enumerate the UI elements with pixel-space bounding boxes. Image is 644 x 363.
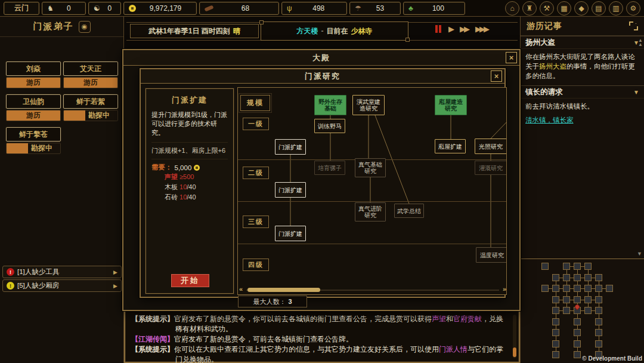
tree-node-light-research[interactable]: 光照研究 (475, 139, 507, 154)
warning-row[interactable]: ![1]人缺少工具▶ (2, 266, 122, 278)
minimap-node[interactable] (584, 296, 592, 303)
minimap-node[interactable] (574, 263, 581, 270)
disciple-status[interactable]: 勘探中 (63, 110, 118, 121)
tree-scrollbar[interactable]: « » (238, 287, 507, 293)
warning-arrow-icon[interactable]: ▶ (113, 269, 117, 275)
wheat-resource[interactable]: ψ498 (281, 2, 347, 15)
journal-entry-title[interactable]: 扬州大盗▼ (521, 36, 644, 49)
eye-toggle-button[interactable]: ◉ (79, 21, 91, 33)
log-scrollbar[interactable] (513, 315, 516, 358)
disciple-name[interactable]: 卫仙韵 (6, 94, 61, 109)
tree-node-sect-expand-3[interactable]: 门派扩建 (275, 226, 306, 241)
log-scroll-thumb[interactable] (513, 347, 516, 357)
scroll-right-icon[interactable]: » (503, 285, 506, 293)
minimap-node[interactable] (584, 307, 592, 314)
tree-node-kitchen-build[interactable]: 庖屋建造 研究 (435, 95, 467, 115)
minimap-node[interactable] (595, 296, 602, 303)
construction-button[interactable]: ♜ (522, 1, 537, 16)
sect-name-button[interactable]: 云门 (4, 2, 39, 15)
journal-scroll-up-icon[interactable]: ▲▲ (638, 38, 643, 47)
mushroom-resource[interactable]: ☂53 (349, 2, 401, 15)
minimap-node[interactable] (563, 296, 570, 303)
minimap-collapse-icon[interactable]: ▼ (637, 251, 642, 257)
scroll-left-icon[interactable]: « (239, 285, 243, 293)
minimap-node[interactable] (563, 274, 570, 281)
minimap-node[interactable] (584, 285, 592, 292)
martial-manual-button[interactable]: ▤ (592, 1, 606, 16)
disciple-status[interactable]: 游历 (6, 110, 61, 121)
crafting-button[interactable]: ⚒ (540, 1, 554, 16)
fastest-forward-button[interactable]: ▶▶▶ (475, 25, 488, 33)
disciple-status[interactable]: 游历 (6, 77, 61, 88)
spirit-beast-resource[interactable]: ♞0 (42, 2, 86, 15)
minimap-node[interactable] (595, 307, 602, 314)
coin-resource[interactable]: 9,972,179 (123, 2, 197, 15)
tree-node-temperature[interactable]: 温度研究 (476, 247, 507, 263)
research-close-button[interactable]: × (491, 70, 502, 82)
settings-button[interactable]: ⚙ (626, 1, 640, 16)
tree-node-irrigation[interactable]: 灌溉研究 (475, 161, 507, 175)
tree-node-kitchen-expand[interactable]: 庖屋扩建 (435, 139, 466, 153)
warning-arrow-icon[interactable]: ▶ (113, 283, 117, 289)
minimap-node[interactable] (595, 318, 602, 325)
vegetable-resource[interactable]: ♣100 (403, 2, 465, 15)
minimap-node[interactable] (574, 285, 581, 292)
disciple-status[interactable]: 游历 (63, 77, 118, 88)
play-button[interactable]: ▶ (448, 25, 453, 33)
tree-node-sect-expand-1[interactable]: 门派扩建 (275, 139, 306, 155)
encyclopedia-button[interactable]: ▥ (609, 1, 623, 16)
disciple-status[interactable]: 勘探中 (6, 143, 61, 154)
minimap-node[interactable] (552, 329, 559, 336)
minimap-node[interactable] (552, 307, 559, 314)
yinyang-resource[interactable]: ☯0 (88, 2, 121, 15)
disciple-name[interactable]: 艾天正 (63, 61, 118, 76)
minimap-node[interactable] (584, 263, 592, 270)
pause-button[interactable] (435, 25, 441, 33)
sect-hall-button[interactable]: ⌂ (505, 1, 519, 16)
minimap-node[interactable] (563, 307, 570, 314)
tree-node-training-hall-build[interactable]: 演武堂建 造研究 (352, 95, 385, 115)
minimap-node[interactable] (584, 274, 592, 281)
event-ticker[interactable]: 方天楼 - 目前在 少林寺 (261, 21, 408, 41)
trade-button[interactable]: ◆ (574, 1, 589, 16)
tree-node-qi-advanced[interactable]: 真气进阶 研究 (355, 202, 386, 222)
minimap-node[interactable] (552, 285, 559, 292)
fast-forward-button[interactable]: ▶▶ (460, 25, 468, 33)
minimap-node[interactable] (541, 285, 549, 292)
minimap-node[interactable] (563, 263, 570, 270)
minimap-node[interactable] (595, 329, 602, 336)
minimap-node[interactable] (552, 340, 559, 347)
start-research-button[interactable]: 开始 (171, 274, 209, 287)
wood-resource[interactable]: 68 (199, 2, 279, 15)
minimap-node[interactable] (574, 296, 581, 303)
minimap[interactable]: ▼ (521, 259, 644, 363)
tree-node-wilderness-survival[interactable]: 野外生存 基础 (314, 95, 346, 115)
minimap-node[interactable] (552, 274, 559, 281)
minimap-node[interactable] (574, 274, 581, 281)
tree-node-breed-mule[interactable]: 培育骡子 (314, 161, 345, 175)
minimap-node[interactable] (574, 329, 581, 336)
minimap-node[interactable] (606, 285, 613, 292)
minimap-node[interactable] (541, 263, 549, 270)
minimap-node[interactable] (563, 285, 570, 292)
minimap-node[interactable] (595, 285, 602, 292)
disciple-name[interactable]: 鲜于擎苍 (6, 127, 61, 141)
minimap-node[interactable] (574, 351, 581, 358)
minimap-node[interactable] (595, 340, 602, 347)
minimap-node[interactable] (552, 318, 559, 325)
expand-icon[interactable] (629, 21, 638, 30)
tree-node-sect-expand-2[interactable]: 门派扩建 (275, 182, 306, 198)
tree-node-martial-summary[interactable]: 武学总结 (394, 204, 424, 218)
journal-entry-title[interactable]: 镇长的请求▼ (521, 85, 644, 99)
tree-node-train-wild-horse[interactable]: 训练野马 (314, 119, 345, 133)
disciple-name[interactable]: 刘焱 (6, 61, 61, 76)
storage-button[interactable]: ▦ (557, 1, 571, 16)
minimap-node[interactable] (552, 351, 559, 358)
hall-close-button[interactable]: × (506, 52, 517, 63)
warning-row[interactable]: ![5]人缺少厢房▶ (2, 279, 122, 292)
minimap-node[interactable] (595, 274, 602, 281)
disciple-name[interactable]: 鲜于若絮 (63, 94, 118, 109)
journal-location-link[interactable]: 清水镇，镇长家 (521, 116, 644, 130)
minimap-node[interactable] (552, 296, 559, 303)
minimap-node[interactable] (574, 318, 581, 325)
